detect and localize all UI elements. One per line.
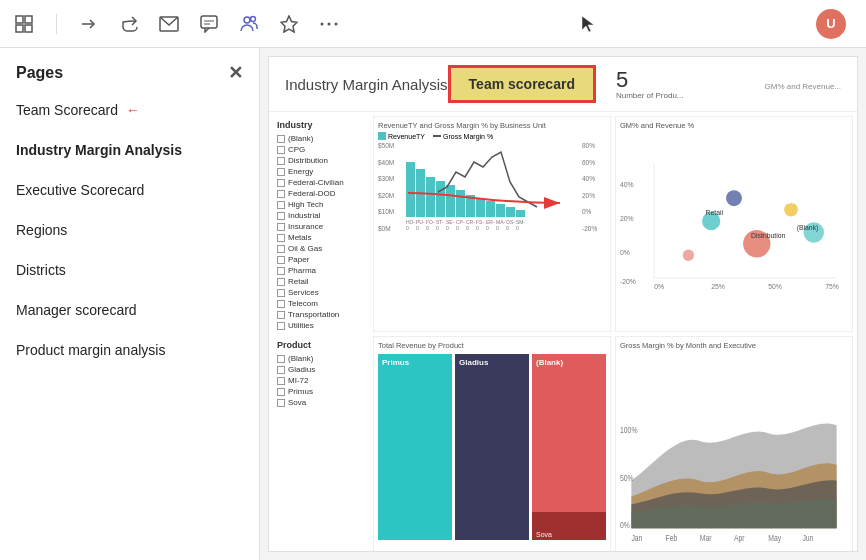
svg-rect-1	[25, 16, 32, 23]
sidebar-item-label: Industry Margin Analysis	[16, 142, 182, 158]
x-axis: HO-0 PU-0 FO-0 ST-0 SE-0 CP-0 CR-0 FS-0 …	[406, 219, 580, 231]
filter-product-blank[interactable]: (Blank)	[277, 354, 369, 363]
sidebar-header: Pages ✕	[0, 48, 259, 90]
filter-item-federal-civilian[interactable]: Federal-Civilian	[277, 178, 369, 187]
scorecard-highlight-box[interactable]: Team scorecard	[448, 65, 596, 103]
teams-icon[interactable]	[237, 12, 261, 36]
svg-text:Retail: Retail	[706, 209, 724, 216]
svg-text:Energy: Energy	[785, 198, 807, 206]
filter-panel: Industry (Blank) CPG Distribution Energy…	[273, 116, 373, 552]
filter-item-utilities[interactable]: Utilities	[277, 321, 369, 330]
filter-product-sova[interactable]: Sova	[277, 398, 369, 407]
filter-item-pharma[interactable]: Pharma	[277, 266, 369, 275]
number-label: Number of Produ...	[616, 91, 684, 100]
sidebar-item-regions[interactable]: Regions	[0, 210, 259, 250]
bar-chart-title: RevenueTY and Gross Margin % by Business…	[378, 121, 606, 130]
svg-text:75%: 75%	[825, 283, 839, 290]
arrow-right-icon[interactable]	[77, 12, 101, 36]
sidebar-item-manager-scorecard[interactable]: Manager scorecard	[0, 290, 259, 330]
blank-label: (Blank)	[536, 358, 563, 367]
filter-item-energy[interactable]: Energy	[277, 167, 369, 176]
more-icon[interactable]	[317, 12, 341, 36]
sidebar-title: Pages	[16, 64, 63, 82]
filter-item-cpg[interactable]: CPG	[277, 145, 369, 154]
svg-text:Apr: Apr	[734, 533, 745, 543]
svg-rect-0	[16, 16, 23, 23]
svg-rect-6	[201, 16, 217, 28]
sidebar-items-list: Team Scorecard ← Industry Margin Analysi…	[0, 90, 259, 560]
close-icon[interactable]: ✕	[228, 64, 243, 82]
sidebar-item-product-margin[interactable]: Product margin analysis	[0, 330, 259, 370]
filter-item-metals[interactable]: Metals	[277, 233, 369, 242]
svg-text:40%: 40%	[620, 181, 634, 188]
filter-item-blank[interactable]: (Blank)	[277, 134, 369, 143]
filter-product-primus[interactable]: Primus	[277, 387, 369, 396]
bar-1	[406, 162, 415, 217]
user-avatar[interactable]: U	[816, 9, 846, 39]
filter-item-telecom[interactable]: Telecom	[277, 299, 369, 308]
sidebar-item-team-scorecard[interactable]: Team Scorecard ←	[0, 90, 259, 130]
area-svg: Jan Feb Mar Apr May Jun 100% 50% 0%	[620, 354, 848, 544]
chart-legend: RevenueTY Gross Margin %	[378, 132, 606, 140]
stacked-bar-chart: Total Revenue by Product Primus Gladius	[373, 336, 611, 552]
svg-text:Jan: Jan	[631, 533, 642, 543]
sidebar-item-executive-scorecard[interactable]: Executive Scorecard	[0, 170, 259, 210]
svg-text:Feb: Feb	[666, 533, 678, 543]
charts-grid: RevenueTY and Gross Margin % by Business…	[373, 116, 853, 552]
legend-revenue: RevenueTY	[388, 133, 425, 140]
page-content: Industry Margin Analysis Team scorecard …	[268, 56, 858, 552]
filter-item-retail[interactable]: Retail	[277, 277, 369, 286]
svg-point-12	[321, 22, 324, 25]
number-value: 5	[616, 69, 628, 91]
chat-icon[interactable]	[197, 12, 221, 36]
filter-item-transportation[interactable]: Transportation	[277, 310, 369, 319]
area-title: Gross Margin % by Month and Executive	[620, 341, 848, 350]
right-label: GM% and Revenue...	[765, 82, 841, 91]
legend-margin: Gross Margin %	[443, 133, 493, 140]
area-chart: Gross Margin % by Month and Executive	[615, 336, 853, 552]
filter-item-distribution[interactable]: Distribution	[277, 156, 369, 165]
page-title: Industry Margin Analysis	[285, 76, 448, 93]
star-icon[interactable]	[277, 12, 301, 36]
sidebar-item-label: Regions	[16, 222, 67, 238]
toolbar: U	[0, 0, 866, 48]
cursor-icon	[576, 12, 600, 36]
filter-item-federal-dod[interactable]: Federal-DOD	[277, 189, 369, 198]
svg-point-14	[335, 22, 338, 25]
sidebar-item-label: Executive Scorecard	[16, 182, 144, 198]
svg-text:May: May	[768, 533, 782, 543]
bar-chart-body: $50M$40M$30M$20M$10M$0M	[378, 142, 606, 232]
main-container: Pages ✕ Team Scorecard ← Industry Margin…	[0, 48, 866, 560]
svg-text:Distribution: Distribution	[751, 232, 785, 239]
scatter-chart: GM% and Revenue %	[615, 116, 853, 332]
gladius-label: Gladius	[459, 358, 488, 367]
filter-product-mi72[interactable]: MI-72	[277, 376, 369, 385]
svg-text:25%: 25%	[711, 283, 725, 290]
product-filter-title: Product	[277, 340, 369, 350]
sidebar-item-industry-margin[interactable]: Industry Margin Analysis	[0, 130, 259, 170]
sidebar-item-districts[interactable]: Districts	[0, 250, 259, 290]
filter-item-paper[interactable]: Paper	[277, 255, 369, 264]
grid-icon[interactable]	[12, 12, 36, 36]
industry-filter-title: Industry	[277, 120, 369, 130]
scatter-svg: Retail Distribution Energy (Blank) 40% 2…	[620, 134, 848, 319]
filter-item-industrial[interactable]: Industrial	[277, 211, 369, 220]
filter-item-services[interactable]: Services	[277, 288, 369, 297]
sidebar-item-label: Districts	[16, 262, 66, 278]
filter-product-gladius[interactable]: Gladius	[277, 365, 369, 374]
svg-text:-20%: -20%	[620, 278, 636, 285]
email-icon[interactable]	[157, 12, 181, 36]
share-icon[interactable]	[117, 12, 141, 36]
sova-label: Sova	[536, 531, 552, 538]
svg-point-10	[251, 16, 256, 21]
filter-item-oilgas[interactable]: Oil & Gas	[277, 244, 369, 253]
filter-item-insurance[interactable]: Insurance	[277, 222, 369, 231]
svg-point-13	[328, 22, 331, 25]
sidebar-item-label: Manager scorecard	[16, 302, 137, 318]
primus-label: Primus	[382, 358, 409, 367]
filter-item-hightech[interactable]: High Tech	[277, 200, 369, 209]
y-axis-right: 80%60%40%20%0%-20%	[580, 142, 606, 232]
stacked-col-gladius: Gladius	[455, 354, 529, 540]
stacked-bars-container: Primus Gladius (Blank)	[378, 354, 606, 540]
scatter-title: GM% and Revenue %	[620, 121, 848, 130]
